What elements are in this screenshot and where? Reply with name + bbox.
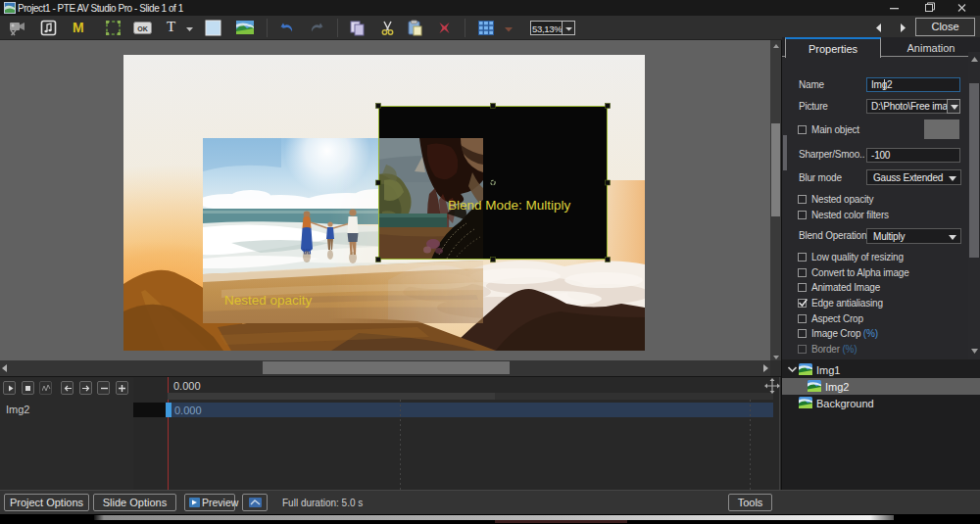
svg-text:OK: OK xyxy=(137,25,148,32)
svg-text:Blend Mode: Multiply: Blend Mode: Multiply xyxy=(448,198,571,213)
svg-text:Nested opacity: Nested opacity xyxy=(224,293,313,308)
